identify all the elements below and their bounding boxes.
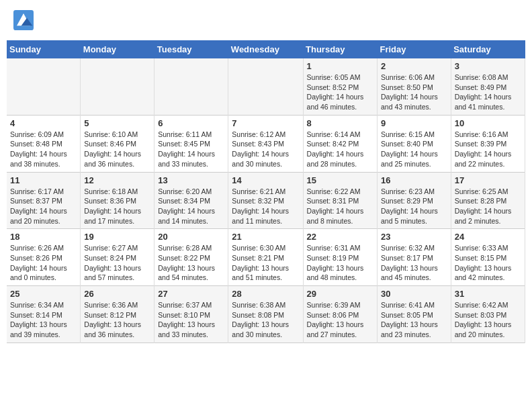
day-cell: 29Sunrise: 6:39 AM Sunset: 8:06 PM Dayli… <box>303 286 377 343</box>
day-cell: 21Sunrise: 6:30 AM Sunset: 8:21 PM Dayli… <box>228 229 303 286</box>
day-number: 15 <box>307 175 373 185</box>
day-number: 24 <box>455 232 521 242</box>
day-info: Sunrise: 6:32 AM Sunset: 8:17 PM Dayligh… <box>381 243 447 283</box>
day-number: 7 <box>232 118 299 128</box>
day-info: Sunrise: 6:27 AM Sunset: 8:24 PM Dayligh… <box>84 243 150 283</box>
weekday-header-saturday: Saturday <box>451 40 525 58</box>
day-info: Sunrise: 6:18 AM Sunset: 8:36 PM Dayligh… <box>84 187 150 226</box>
weekday-row: SundayMondayTuesdayWednesdayThursdayFrid… <box>7 40 525 58</box>
day-number: 26 <box>84 289 150 299</box>
logo <box>13 10 36 30</box>
day-info: Sunrise: 6:05 AM Sunset: 8:52 PM Dayligh… <box>307 73 373 112</box>
day-cell: 12Sunrise: 6:18 AM Sunset: 8:36 PM Dayli… <box>81 172 154 229</box>
day-cell: 19Sunrise: 6:27 AM Sunset: 8:24 PM Dayli… <box>81 229 154 286</box>
day-info: Sunrise: 6:12 AM Sunset: 8:43 PM Dayligh… <box>232 130 299 169</box>
day-number: 21 <box>232 232 299 242</box>
day-number: 30 <box>381 289 447 299</box>
weekday-header-thursday: Thursday <box>303 40 377 58</box>
day-cell: 20Sunrise: 6:28 AM Sunset: 8:22 PM Dayli… <box>154 229 228 286</box>
week-row-5: 25Sunrise: 6:34 AM Sunset: 8:14 PM Dayli… <box>7 286 525 343</box>
day-number: 18 <box>10 232 77 242</box>
week-row-3: 11Sunrise: 6:17 AM Sunset: 8:37 PM Dayli… <box>7 172 525 229</box>
day-number: 3 <box>455 61 521 71</box>
day-cell: 4Sunrise: 6:09 AM Sunset: 8:48 PM Daylig… <box>7 115 81 172</box>
day-cell: 14Sunrise: 6:21 AM Sunset: 8:32 PM Dayli… <box>228 172 303 229</box>
day-cell: 30Sunrise: 6:41 AM Sunset: 8:05 PM Dayli… <box>378 286 451 343</box>
page-header <box>7 7 525 34</box>
day-cell: 18Sunrise: 6:26 AM Sunset: 8:26 PM Dayli… <box>7 229 81 286</box>
day-cell: 13Sunrise: 6:20 AM Sunset: 8:34 PM Dayli… <box>154 172 228 229</box>
day-cell: 28Sunrise: 6:38 AM Sunset: 8:08 PM Dayli… <box>228 286 303 343</box>
day-info: Sunrise: 6:41 AM Sunset: 8:05 PM Dayligh… <box>381 300 447 340</box>
day-number: 25 <box>10 289 77 299</box>
weekday-header-friday: Friday <box>378 40 451 58</box>
day-info: Sunrise: 6:11 AM Sunset: 8:45 PM Dayligh… <box>158 130 224 169</box>
day-number: 13 <box>158 175 224 185</box>
day-cell: 5Sunrise: 6:10 AM Sunset: 8:46 PM Daylig… <box>81 115 154 172</box>
day-cell <box>7 58 81 115</box>
day-number: 4 <box>10 118 77 128</box>
day-info: Sunrise: 6:22 AM Sunset: 8:31 PM Dayligh… <box>307 187 373 226</box>
day-cell <box>81 58 154 115</box>
day-info: Sunrise: 6:25 AM Sunset: 8:28 PM Dayligh… <box>455 187 521 226</box>
day-number: 12 <box>84 175 150 185</box>
day-info: Sunrise: 6:09 AM Sunset: 8:48 PM Dayligh… <box>10 130 77 169</box>
day-cell: 6Sunrise: 6:11 AM Sunset: 8:45 PM Daylig… <box>154 115 228 172</box>
day-info: Sunrise: 6:06 AM Sunset: 8:50 PM Dayligh… <box>381 73 447 112</box>
day-number: 28 <box>232 289 299 299</box>
weekday-header-wednesday: Wednesday <box>228 40 303 58</box>
week-row-4: 18Sunrise: 6:26 AM Sunset: 8:26 PM Dayli… <box>7 229 525 286</box>
day-info: Sunrise: 6:14 AM Sunset: 8:42 PM Dayligh… <box>307 130 373 169</box>
day-cell <box>228 58 303 115</box>
calendar-table: SundayMondayTuesdayWednesdayThursdayFrid… <box>7 40 525 343</box>
day-info: Sunrise: 6:30 AM Sunset: 8:21 PM Dayligh… <box>232 243 299 283</box>
day-cell: 24Sunrise: 6:33 AM Sunset: 8:15 PM Dayli… <box>451 229 525 286</box>
calendar-body: 1Sunrise: 6:05 AM Sunset: 8:52 PM Daylig… <box>7 58 525 342</box>
day-number: 9 <box>381 118 447 128</box>
day-cell: 9Sunrise: 6:15 AM Sunset: 8:40 PM Daylig… <box>378 115 451 172</box>
day-number: 10 <box>455 118 521 128</box>
day-info: Sunrise: 6:38 AM Sunset: 8:08 PM Dayligh… <box>232 300 299 340</box>
day-cell: 22Sunrise: 6:31 AM Sunset: 8:19 PM Dayli… <box>303 229 377 286</box>
day-number: 16 <box>381 175 447 185</box>
day-info: Sunrise: 6:34 AM Sunset: 8:14 PM Dayligh… <box>10 300 77 340</box>
day-cell: 11Sunrise: 6:17 AM Sunset: 8:37 PM Dayli… <box>7 172 81 229</box>
day-info: Sunrise: 6:23 AM Sunset: 8:29 PM Dayligh… <box>381 187 447 226</box>
day-cell: 15Sunrise: 6:22 AM Sunset: 8:31 PM Dayli… <box>303 172 377 229</box>
weekday-header-tuesday: Tuesday <box>154 40 228 58</box>
day-cell: 27Sunrise: 6:37 AM Sunset: 8:10 PM Dayli… <box>154 286 228 343</box>
day-cell: 3Sunrise: 6:08 AM Sunset: 8:49 PM Daylig… <box>451 58 525 115</box>
day-info: Sunrise: 6:20 AM Sunset: 8:34 PM Dayligh… <box>158 187 224 226</box>
day-number: 11 <box>10 175 77 185</box>
day-number: 31 <box>455 289 521 299</box>
day-number: 19 <box>84 232 150 242</box>
day-number: 29 <box>307 289 373 299</box>
logo-icon <box>13 10 34 30</box>
day-info: Sunrise: 6:17 AM Sunset: 8:37 PM Dayligh… <box>10 187 77 226</box>
day-number: 1 <box>307 61 373 71</box>
day-info: Sunrise: 6:21 AM Sunset: 8:32 PM Dayligh… <box>232 187 299 226</box>
day-info: Sunrise: 6:33 AM Sunset: 8:15 PM Dayligh… <box>455 243 521 283</box>
day-number: 23 <box>381 232 447 242</box>
day-cell: 16Sunrise: 6:23 AM Sunset: 8:29 PM Dayli… <box>378 172 451 229</box>
day-cell <box>154 58 228 115</box>
day-cell: 26Sunrise: 6:36 AM Sunset: 8:12 PM Dayli… <box>81 286 154 343</box>
weekday-header-monday: Monday <box>81 40 154 58</box>
day-cell: 7Sunrise: 6:12 AM Sunset: 8:43 PM Daylig… <box>228 115 303 172</box>
day-number: 5 <box>84 118 150 128</box>
day-number: 22 <box>307 232 373 242</box>
day-cell: 23Sunrise: 6:32 AM Sunset: 8:17 PM Dayli… <box>378 229 451 286</box>
day-info: Sunrise: 6:37 AM Sunset: 8:10 PM Dayligh… <box>158 300 224 340</box>
day-cell: 8Sunrise: 6:14 AM Sunset: 8:42 PM Daylig… <box>303 115 377 172</box>
day-cell: 2Sunrise: 6:06 AM Sunset: 8:50 PM Daylig… <box>378 58 451 115</box>
day-info: Sunrise: 6:15 AM Sunset: 8:40 PM Dayligh… <box>381 130 447 169</box>
day-info: Sunrise: 6:42 AM Sunset: 8:03 PM Dayligh… <box>455 300 521 340</box>
day-cell: 1Sunrise: 6:05 AM Sunset: 8:52 PM Daylig… <box>303 58 377 115</box>
day-number: 8 <box>307 118 373 128</box>
day-cell: 31Sunrise: 6:42 AM Sunset: 8:03 PM Dayli… <box>451 286 525 343</box>
day-cell: 17Sunrise: 6:25 AM Sunset: 8:28 PM Dayli… <box>451 172 525 229</box>
day-info: Sunrise: 6:08 AM Sunset: 8:49 PM Dayligh… <box>455 73 521 112</box>
day-info: Sunrise: 6:39 AM Sunset: 8:06 PM Dayligh… <box>307 300 373 340</box>
day-number: 17 <box>455 175 521 185</box>
day-info: Sunrise: 6:31 AM Sunset: 8:19 PM Dayligh… <box>307 243 373 283</box>
